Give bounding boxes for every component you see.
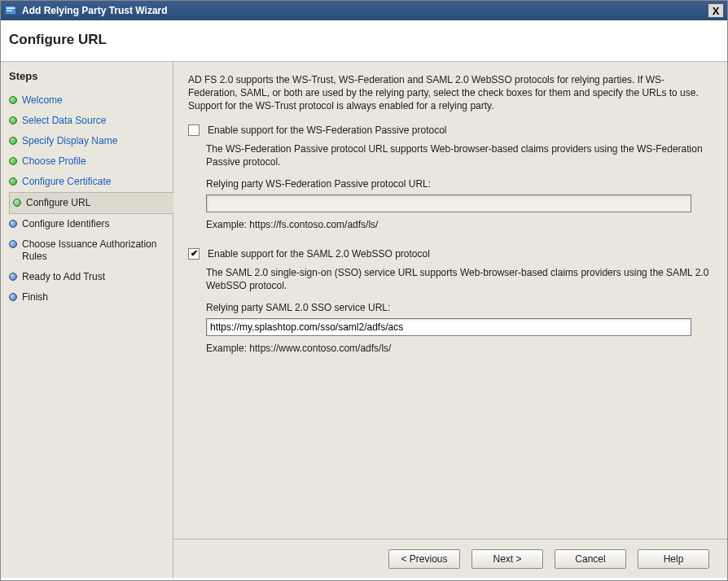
step-ready-to-add-trust[interactable]: Ready to Add Trust bbox=[9, 267, 173, 287]
intro-text: AD FS 2.0 supports the WS-Trust, WS-Fede… bbox=[188, 73, 711, 113]
titlebar: Add Relying Party Trust Wizard X bbox=[1, 1, 727, 20]
step-configure-certificate[interactable]: Configure Certificate bbox=[9, 172, 173, 192]
saml-section: ✔ Enable support for the SAML 2.0 WebSSO… bbox=[188, 248, 711, 354]
step-label: Configure URL bbox=[26, 197, 90, 209]
wizard-body: Steps Welcome Select Data Source Specify… bbox=[1, 62, 727, 578]
step-choose-issuance-auth-rules[interactable]: Choose Issuance Authorization Rules bbox=[9, 234, 173, 267]
step-label: Configure Certificate bbox=[22, 176, 111, 188]
cancel-button[interactable]: Cancel bbox=[555, 549, 626, 569]
wsfed-url-input[interactable] bbox=[206, 194, 691, 212]
steps-title: Steps bbox=[9, 70, 173, 82]
step-bullet-icon bbox=[9, 293, 17, 301]
window-title: Add Relying Party Trust Wizard bbox=[22, 5, 708, 16]
close-button[interactable]: X bbox=[708, 3, 724, 18]
step-bullet-icon bbox=[9, 177, 17, 186]
wsfed-checkbox[interactable] bbox=[188, 124, 200, 136]
main-panel: AD FS 2.0 supports the WS-Trust, WS-Fede… bbox=[173, 62, 727, 578]
step-welcome[interactable]: Welcome bbox=[9, 90, 173, 111]
step-label: Configure Identifiers bbox=[22, 218, 109, 230]
step-choose-profile[interactable]: Choose Profile bbox=[9, 151, 173, 172]
step-label: Select Data Source bbox=[22, 115, 106, 127]
step-label: Choose Issuance Authorization Rules bbox=[22, 238, 169, 263]
saml-description: The SAML 2.0 single-sign-on (SSO) servic… bbox=[206, 266, 711, 292]
step-label: Finish bbox=[22, 291, 48, 304]
step-finish[interactable]: Finish bbox=[9, 287, 173, 308]
next-button[interactable]: Next > bbox=[471, 549, 543, 569]
step-bullet-icon bbox=[9, 240, 17, 248]
app-icon bbox=[4, 4, 17, 17]
step-configure-url[interactable]: Configure URL bbox=[9, 192, 173, 214]
step-select-data-source[interactable]: Select Data Source bbox=[9, 111, 173, 131]
previous-button[interactable]: < Previous bbox=[388, 549, 460, 569]
wsfed-checkbox-label[interactable]: Enable support for the WS-Federation Pas… bbox=[208, 124, 446, 136]
step-bullet-icon bbox=[9, 273, 17, 281]
steps-sidebar: Steps Welcome Select Data Source Specify… bbox=[1, 62, 173, 578]
step-label: Choose Profile bbox=[22, 155, 86, 168]
saml-url-label: Relying party SAML 2.0 SSO service URL: bbox=[206, 302, 711, 313]
step-label: Specify Display Name bbox=[22, 135, 117, 147]
wizard-header: Configure URL bbox=[1, 20, 727, 62]
svg-rect-1 bbox=[7, 7, 15, 9]
step-bullet-icon bbox=[13, 199, 21, 207]
step-configure-identifiers[interactable]: Configure Identifiers bbox=[9, 214, 173, 234]
wsfed-description: The WS-Federation Passive protocol URL s… bbox=[206, 142, 711, 168]
saml-checkbox[interactable]: ✔ bbox=[188, 248, 200, 260]
step-bullet-icon bbox=[9, 220, 17, 228]
saml-checkbox-label[interactable]: Enable support for the SAML 2.0 WebSSO p… bbox=[208, 248, 430, 260]
wsfed-example: Example: https://fs.contoso.com/adfs/ls/ bbox=[206, 219, 711, 230]
step-label: Ready to Add Trust bbox=[22, 271, 105, 283]
wsfed-section: Enable support for the WS-Federation Pas… bbox=[188, 124, 711, 230]
step-bullet-icon bbox=[9, 116, 17, 124]
page-title: Configure URL bbox=[9, 32, 719, 48]
step-bullet-icon bbox=[9, 137, 17, 145]
step-bullet-icon bbox=[9, 96, 17, 104]
wizard-footer: < Previous Next > Cancel Help bbox=[173, 539, 727, 578]
saml-example: Example: https://www.contoso.com/adfs/ls… bbox=[206, 343, 711, 354]
help-button[interactable]: Help bbox=[638, 549, 709, 569]
step-specify-display-name[interactable]: Specify Display Name bbox=[9, 131, 173, 151]
wsfed-url-label: Relying party WS-Federation Passive prot… bbox=[206, 178, 711, 190]
step-label: Welcome bbox=[22, 94, 63, 107]
step-bullet-icon bbox=[9, 157, 17, 165]
saml-url-input[interactable] bbox=[206, 318, 691, 336]
svg-rect-2 bbox=[7, 10, 12, 11]
